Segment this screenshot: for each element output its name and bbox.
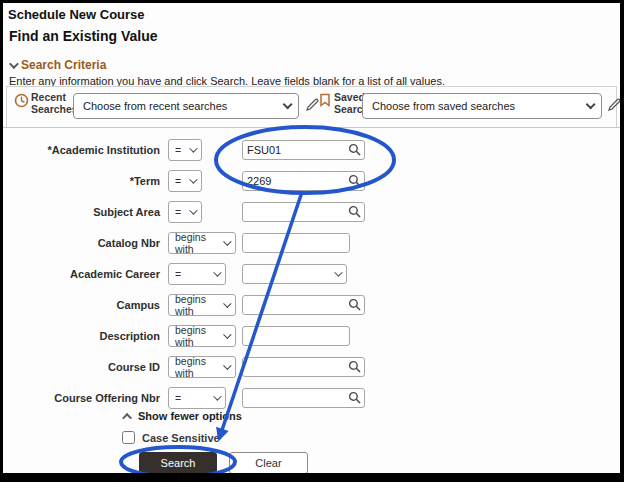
field-label: Academic Career [3,268,160,280]
operator-value: begins with [175,293,223,317]
recent-searches-label: Recent Searches [31,91,78,115]
pencil-icon[interactable] [607,97,622,112]
operator-select[interactable]: = [168,170,202,192]
operator-value: = [175,392,181,404]
chevron-down-icon [224,299,232,307]
section-divider [3,127,620,128]
field-row: Campusbegins with [3,289,620,320]
operator-select[interactable]: begins with [168,294,236,316]
page-title: Schedule New Course [8,7,145,22]
field-label: Description [3,330,160,342]
case-sensitive-label: Case Sensitive [142,432,220,444]
operator-select[interactable]: begins with [168,325,236,347]
show-fewer-options-label: Show fewer options [138,410,242,422]
field-row: Course Offering Nbr= [3,382,620,413]
field-label: Campus [3,299,160,311]
value-input[interactable] [242,388,365,408]
chevron-down-icon [213,268,221,276]
action-buttons: Search Clear [139,452,308,474]
field-row: Academic Career= [3,258,620,289]
operator-value: = [175,268,181,280]
field-row: *Term= [3,165,620,196]
search-criteria-title: Search Criteria [21,58,106,72]
operator-select[interactable]: = [168,139,202,161]
clock-icon [14,93,29,108]
searches-bar: Recent Searches Choose from recent searc… [6,86,617,127]
value-input[interactable] [242,295,365,315]
value-input[interactable] [242,140,365,160]
field-row: Subject Area= [3,196,620,227]
value-input[interactable] [242,171,365,191]
chevron-down-icon [283,99,293,109]
schedule-new-course-page: Schedule New Course Find an Existing Val… [0,0,624,482]
case-sensitive-checkbox[interactable] [122,431,135,444]
chevron-down-icon [586,99,596,109]
search-icon[interactable] [348,298,361,311]
operator-value: begins with [175,231,223,255]
chevron-down-icon [189,144,197,152]
chevron-down-icon [224,330,232,338]
field-label: *Academic Institution [3,144,160,156]
chevron-down-icon [213,392,221,400]
show-fewer-options-toggle[interactable]: Show fewer options [125,410,242,422]
search-criteria-fields: *Academic Institution=*Term=Subject Area… [3,134,620,413]
saved-searches-dropdown[interactable]: Choose from saved searches [362,93,602,119]
recent-searches-dropdown-value: Choose from recent searches [83,100,227,112]
saved-searches-dropdown-value: Choose from saved searches [372,100,515,112]
value-input[interactable] [242,326,350,346]
recent-searches-group: Recent Searches [14,91,78,115]
search-button[interactable]: Search [139,452,217,474]
operator-value: = [175,206,181,218]
operator-value: = [175,175,181,187]
search-criteria-section-toggle[interactable]: Search Criteria [9,58,106,72]
recent-searches-dropdown[interactable]: Choose from recent searches [73,93,299,119]
operator-value: = [175,144,181,156]
search-icon[interactable] [348,391,361,404]
chevron-down-icon [189,175,197,183]
operator-select[interactable]: begins with [168,232,236,254]
search-icon[interactable] [348,360,361,373]
operator-select[interactable]: = [168,387,226,409]
value-dropdown[interactable] [242,264,347,284]
value-input[interactable] [242,233,350,253]
field-row: Catalog Nbrbegins with [3,227,620,258]
value-input[interactable] [242,202,365,222]
operator-select[interactable]: begins with [168,356,236,378]
field-row: *Academic Institution= [3,134,620,165]
pencil-icon[interactable] [305,97,320,112]
find-existing-value-heading: Find an Existing Value [9,28,158,44]
operator-value: begins with [175,324,223,348]
field-label: *Term [3,175,160,187]
field-row: Descriptionbegins with [3,320,620,351]
chevron-down-icon [9,59,19,69]
chevron-down-icon [189,206,197,214]
chevron-down-icon [224,361,232,369]
case-sensitive-row: Case Sensitive [122,431,220,444]
bookmark-icon [319,93,331,107]
field-row: Course IDbegins with [3,351,620,382]
operator-select[interactable]: = [168,263,226,285]
operator-select[interactable]: = [168,201,202,223]
search-icon[interactable] [348,143,361,156]
clear-button[interactable]: Clear [229,452,308,474]
search-icon[interactable] [348,205,361,218]
field-label: Course Offering Nbr [3,392,160,404]
field-label: Course ID [3,361,160,373]
chevron-down-icon [224,237,232,245]
field-label: Catalog Nbr [3,237,160,249]
chevron-up-icon [122,412,132,422]
search-icon[interactable] [348,174,361,187]
chevron-down-icon [334,268,342,276]
field-label: Subject Area [3,206,160,218]
operator-value: begins with [175,355,223,379]
value-input[interactable] [242,357,365,377]
